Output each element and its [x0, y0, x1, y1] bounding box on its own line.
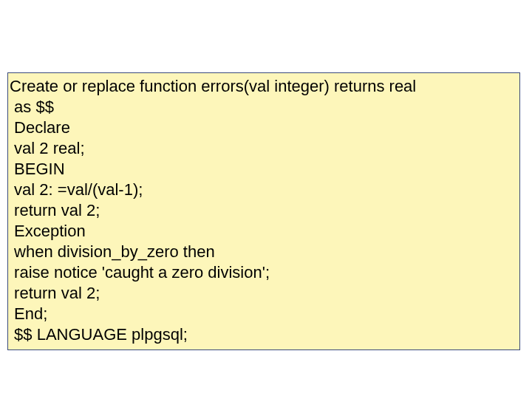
code-line: as $$: [10, 97, 518, 117]
code-line: Create or replace function errors(val in…: [10, 76, 518, 97]
code-line: BEGIN: [10, 159, 518, 180]
code-line: raise notice 'caught a zero division';: [10, 262, 518, 283]
code-line: when division_by_zero then: [10, 242, 518, 262]
code-line: Declare: [10, 117, 518, 138]
code-line: Exception: [10, 221, 518, 242]
code-line: val 2 real;: [10, 138, 518, 159]
code-line: End;: [10, 304, 518, 324]
code-line: return val 2;: [10, 200, 518, 221]
code-line: val 2: =val/(val-1);: [10, 180, 518, 200]
code-line: $$ LANGUAGE plpgsql;: [10, 324, 518, 345]
code-block: Create or replace function errors(val in…: [7, 72, 520, 350]
code-line: return val 2;: [10, 283, 518, 304]
